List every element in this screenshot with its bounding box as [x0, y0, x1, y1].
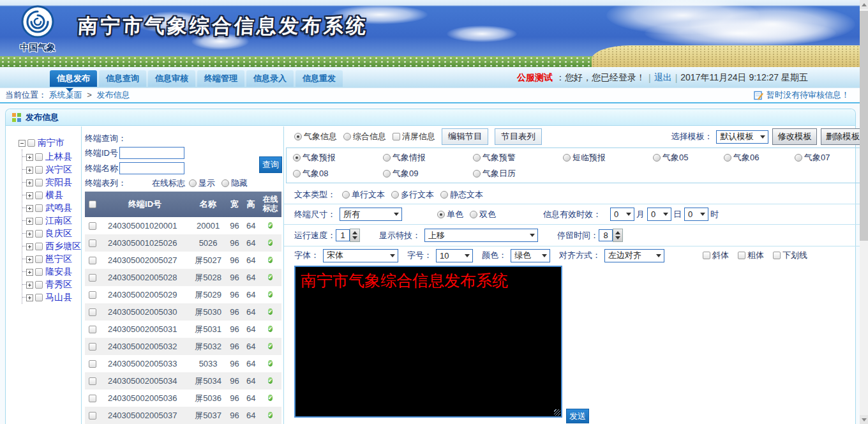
audit-notice[interactable]: 暂时没有待审核信息！	[754, 88, 849, 102]
tree-item-label[interactable]: 宾阳县	[45, 177, 72, 188]
hide-radio[interactable]	[221, 179, 229, 187]
terminal-name-input[interactable]	[119, 162, 184, 174]
expand-icon[interactable]	[26, 243, 33, 250]
clear-screen-checkbox[interactable]	[393, 133, 400, 140]
expand-icon[interactable]	[26, 179, 33, 186]
static-text-radio[interactable]	[440, 191, 448, 199]
search-button[interactable]: 查询	[259, 156, 282, 173]
tree-item-label[interactable]: 马山县	[45, 292, 72, 303]
bold-checkbox[interactable]	[738, 252, 745, 259]
tree-item-checkbox[interactable]	[35, 204, 43, 212]
logout-link[interactable]: 退出	[654, 72, 672, 84]
scrollbar-thumb[interactable]	[860, 11, 868, 241]
row-checkbox[interactable]	[89, 291, 96, 299]
expand-icon[interactable]	[26, 256, 33, 263]
scroll-down-icon[interactable]	[860, 415, 868, 424]
category-radio[interactable]	[293, 154, 301, 162]
font-size-select[interactable]: 10	[436, 249, 473, 262]
tab-terminal-manage[interactable]: 终端管理	[197, 70, 244, 87]
weather-info-radio[interactable]	[294, 133, 302, 140]
align-select[interactable]: 左边对齐	[604, 249, 664, 262]
delete-template-button[interactable]: 删除模板	[821, 128, 865, 145]
validity-day-select[interactable]: 0	[647, 208, 671, 221]
tab-info-resend[interactable]: 信息重发	[296, 70, 343, 87]
terminal-id-input[interactable]	[119, 147, 184, 159]
tree-item-label[interactable]: 西乡塘区	[45, 241, 81, 252]
tree-item-checkbox[interactable]	[35, 294, 43, 301]
row-checkbox[interactable]	[89, 377, 96, 385]
category-radio[interactable]	[653, 154, 661, 162]
row-checkbox[interactable]	[89, 308, 96, 316]
collapse-icon[interactable]	[19, 140, 26, 147]
tree-item-label[interactable]: 兴宁区	[45, 164, 72, 176]
tree-item-label[interactable]: 横县	[45, 190, 63, 201]
tree-item-checkbox[interactable]	[35, 268, 43, 276]
tree-item-label[interactable]: 青秀区	[45, 279, 72, 291]
mono-color-radio[interactable]	[437, 211, 445, 218]
tree-item-checkbox[interactable]	[35, 179, 43, 186]
row-checkbox[interactable]	[89, 343, 96, 351]
tree-item-checkbox[interactable]	[35, 243, 43, 250]
row-checkbox[interactable]	[89, 326, 96, 333]
tree-root-label[interactable]: 南宁市	[38, 137, 64, 149]
expand-icon[interactable]	[26, 154, 33, 161]
category-radio[interactable]	[473, 170, 481, 178]
message-preview-canvas[interactable]: 南宁市气象综合信息发布系统	[294, 266, 562, 418]
terminal-size-select[interactable]: 所有	[340, 208, 402, 221]
category-radio[interactable]	[473, 154, 481, 162]
general-info-radio[interactable]	[343, 133, 351, 140]
speed-stepper[interactable]	[350, 229, 360, 242]
tree-item-label[interactable]: 上林县	[45, 151, 72, 163]
category-radio[interactable]	[724, 154, 731, 162]
tree-item-checkbox[interactable]	[35, 255, 43, 263]
tree-item-label[interactable]: 武鸣县	[45, 202, 72, 214]
tree-item-label[interactable]: 良庆区	[45, 228, 72, 239]
tree-item-label[interactable]: 江南区	[45, 215, 72, 227]
tab-info-query[interactable]: 信息查询	[99, 70, 146, 87]
edit-program-button[interactable]: 编辑节目	[442, 128, 488, 145]
tree-item-checkbox[interactable]	[35, 166, 43, 174]
send-button[interactable]: 发送	[566, 409, 589, 423]
row-checkbox[interactable]	[89, 257, 96, 264]
template-select[interactable]: 默认模板	[716, 130, 768, 144]
multi-line-radio[interactable]	[391, 191, 399, 199]
row-checkbox[interactable]	[89, 239, 96, 247]
tab-info-audit[interactable]: 信息审核	[148, 70, 195, 87]
validity-month-select[interactable]: 0	[610, 208, 634, 221]
category-radio[interactable]	[383, 154, 391, 162]
category-radio[interactable]	[795, 154, 802, 162]
category-radio[interactable]	[383, 170, 391, 178]
stay-input[interactable]: 8	[599, 229, 613, 241]
expand-icon[interactable]	[26, 205, 33, 212]
color-select[interactable]: 绿色	[511, 249, 550, 262]
effect-select[interactable]: 上移	[424, 229, 538, 242]
expand-icon[interactable]	[26, 231, 33, 238]
row-checkbox[interactable]	[89, 412, 96, 420]
tree-item-checkbox[interactable]	[35, 153, 43, 161]
dual-color-radio[interactable]	[470, 211, 477, 218]
row-checkbox[interactable]	[89, 395, 96, 402]
page-scrollbar[interactable]	[860, 0, 868, 424]
tree-root-checkbox[interactable]	[27, 139, 35, 147]
program-list-button[interactable]: 节目表列	[495, 128, 541, 145]
row-checkbox[interactable]	[89, 222, 96, 230]
validity-hour-select[interactable]: 0	[684, 208, 708, 221]
row-checkbox[interactable]	[89, 360, 96, 368]
scroll-up-icon[interactable]	[860, 0, 868, 9]
tab-info-entry[interactable]: 信息录入	[246, 70, 294, 87]
underline-checkbox[interactable]	[773, 252, 781, 259]
breadcrumb-current-link[interactable]: 发布信息	[96, 90, 130, 100]
expand-icon[interactable]	[26, 269, 33, 276]
expand-icon[interactable]	[26, 294, 33, 301]
italic-checkbox[interactable]	[703, 252, 710, 259]
row-checkbox[interactable]	[89, 274, 96, 282]
tree-item-checkbox[interactable]	[35, 192, 43, 199]
expand-icon[interactable]	[26, 167, 33, 174]
select-all-checkbox[interactable]	[89, 201, 96, 208]
tree-item-checkbox[interactable]	[35, 217, 43, 225]
speed-input[interactable]: 1	[336, 229, 350, 241]
modify-template-button[interactable]: 修改模板	[772, 128, 816, 145]
show-radio[interactable]	[189, 179, 197, 187]
expand-icon[interactable]	[26, 192, 33, 199]
tree-item-checkbox[interactable]	[35, 230, 43, 238]
